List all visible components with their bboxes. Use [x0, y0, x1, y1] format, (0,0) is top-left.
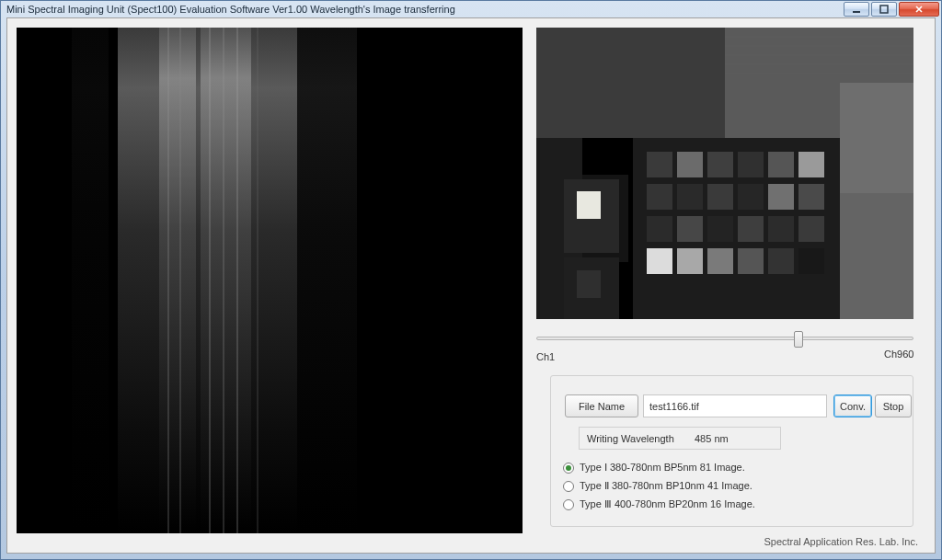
svg-rect-46 — [677, 216, 703, 242]
camera-preview-panel — [536, 28, 913, 319]
svg-rect-55 — [768, 248, 794, 274]
svg-rect-31 — [577, 270, 601, 298]
svg-rect-43 — [768, 184, 794, 210]
type-radio-label: Type Ⅲ 400-780nm BP20nm 16 Image. — [580, 498, 755, 510]
svg-rect-5 — [201, 28, 251, 533]
file-name-button[interactable]: File Name — [565, 394, 638, 417]
type-radio-option[interactable]: Type Ⅱ 380-780nm BP10nm 41 Image. — [563, 480, 755, 492]
channel-slider[interactable] — [536, 329, 913, 349]
stop-button[interactable]: Stop — [875, 394, 912, 417]
stop-button-label: Stop — [883, 401, 904, 412]
svg-rect-4 — [159, 28, 196, 533]
svg-rect-29 — [577, 191, 601, 219]
brand-label: Spectral Application Res. Lab. Inc. — [764, 536, 918, 547]
conv-button[interactable]: Conv. — [833, 394, 872, 417]
window-buttons — [844, 2, 939, 17]
maximize-button[interactable] — [871, 2, 897, 17]
spectral-image-panel — [17, 28, 523, 533]
radio-icon — [563, 463, 574, 474]
writing-wavelength-value-text: 485 nm — [695, 433, 729, 444]
svg-rect-21 — [840, 83, 913, 193]
svg-rect-33 — [647, 152, 672, 177]
svg-rect-1 — [880, 6, 888, 13]
svg-rect-7 — [125, 28, 134, 533]
svg-rect-39 — [647, 184, 672, 210]
svg-rect-9 — [72, 28, 109, 533]
radio-icon — [563, 499, 574, 510]
svg-rect-16 — [536, 28, 725, 138]
svg-rect-42 — [738, 184, 764, 210]
svg-rect-45 — [647, 216, 672, 242]
close-icon — [914, 5, 924, 14]
controls-group: File Name test1166.tif Conv. Stop Writin… — [550, 375, 913, 527]
svg-rect-6 — [252, 28, 278, 533]
svg-rect-41 — [707, 184, 733, 210]
svg-rect-34 — [677, 152, 703, 177]
slider-track — [536, 337, 913, 340]
svg-rect-36 — [738, 152, 764, 177]
file-name-button-label: File Name — [579, 401, 625, 412]
svg-rect-8 — [293, 28, 357, 533]
writing-wavelength-label: Writing Wavelength — [579, 427, 689, 450]
svg-rect-35 — [707, 152, 733, 177]
svg-rect-53 — [707, 248, 733, 274]
writing-wavelength-value: 485 nm — [689, 427, 781, 450]
svg-rect-54 — [738, 248, 764, 274]
window-title: Mini Spectral Imaging Unit (Spect100) Ev… — [6, 1, 844, 17]
svg-rect-44 — [798, 184, 824, 210]
close-button[interactable] — [899, 2, 939, 17]
title-bar: Mini Spectral Imaging Unit (Spect100) Ev… — [1, 1, 941, 17]
maximize-icon — [879, 5, 889, 14]
svg-rect-50 — [798, 216, 824, 242]
channel-label-left: Ch1 — [536, 351, 555, 362]
svg-rect-38 — [798, 152, 824, 177]
svg-rect-52 — [677, 248, 703, 274]
svg-rect-51 — [647, 248, 672, 274]
svg-rect-56 — [798, 248, 824, 274]
conv-button-label: Conv. — [840, 401, 866, 412]
svg-rect-37 — [768, 152, 794, 177]
minimize-button[interactable] — [844, 2, 869, 17]
window-frame: Mini Spectral Imaging Unit (Spect100) Ev… — [0, 0, 942, 560]
svg-rect-49 — [768, 216, 794, 242]
minimize-icon — [852, 5, 861, 14]
type-radio-option[interactable]: Type Ⅲ 400-780nm BP20nm 16 Image. — [563, 498, 755, 510]
slider-thumb[interactable] — [794, 331, 803, 348]
svg-rect-40 — [677, 184, 703, 210]
writing-wavelength-label-text: Writing Wavelength — [587, 433, 674, 444]
type-radio-option[interactable]: Type Ⅰ 380-780nm BP5nm 81 Image. — [563, 462, 755, 474]
file-name-value[interactable]: test1166.tif — [643, 394, 827, 417]
svg-rect-48 — [738, 216, 764, 242]
client-area: Ch1 Ch960 File Name test1166.tif Conv. S… — [6, 17, 936, 554]
type-radio-label: Type Ⅰ 380-780nm BP5nm 81 Image. — [580, 462, 745, 474]
channel-label-right: Ch960 — [884, 349, 913, 360]
svg-rect-47 — [707, 216, 733, 242]
type-radio-group: Type Ⅰ 380-780nm BP5nm 81 Image.Type Ⅱ 3… — [563, 462, 755, 510]
type-radio-label: Type Ⅱ 380-780nm BP10nm 41 Image. — [580, 480, 752, 492]
radio-icon — [563, 481, 574, 492]
file-name-text: test1166.tif — [649, 401, 699, 412]
svg-rect-0 — [853, 11, 860, 13]
